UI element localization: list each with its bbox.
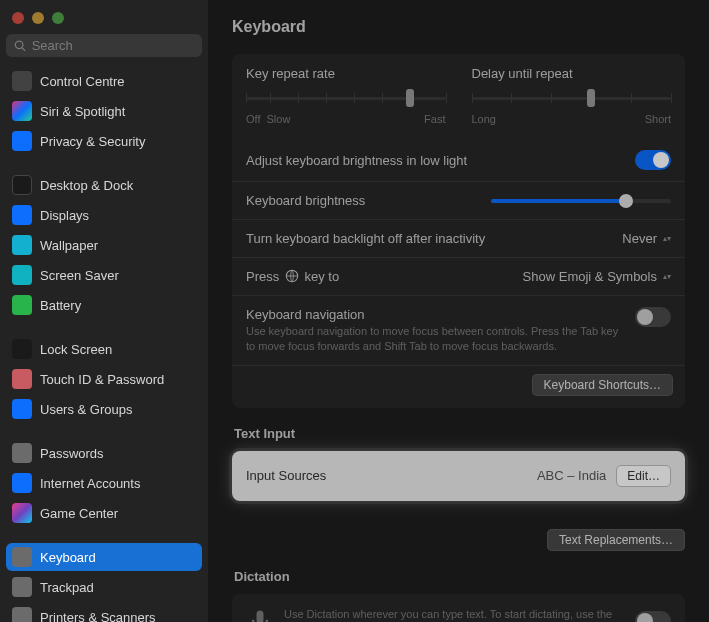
keyboard-brightness-label: Keyboard brightness	[246, 193, 481, 208]
battery-icon	[12, 295, 32, 315]
sidebar-item-desktop-dock[interactable]: Desktop & Dock	[6, 171, 202, 199]
sidebar-item-label: Battery	[40, 298, 81, 313]
text-input-section-title: Text Input	[234, 426, 685, 441]
sidebar-item-label: Touch ID & Password	[40, 372, 164, 387]
sidebar-item-label: Desktop & Dock	[40, 178, 133, 193]
sidebar-item-passwords[interactable]: Passwords	[6, 439, 202, 467]
sidebar-item-label: Internet Accounts	[40, 476, 140, 491]
sidebar-item-label: Trackpad	[40, 580, 94, 595]
key-repeat-off-label: Off	[246, 113, 260, 125]
key-icon	[12, 443, 32, 463]
main-content: Keyboard Key repeat rate Off Slow Fast D…	[208, 0, 709, 622]
wallpaper-icon	[12, 235, 32, 255]
sidebar-nav: Control CentreSiri & SpotlightPrivacy & …	[6, 67, 202, 622]
microphone-icon	[246, 607, 274, 622]
dictation-section-title: Dictation	[234, 569, 685, 584]
printer-icon	[12, 607, 32, 622]
key-repeat-rate-label: Key repeat rate	[246, 66, 446, 81]
sidebar-item-label: Printers & Scanners	[40, 610, 156, 623]
sidebar-item-trackpad[interactable]: Trackpad	[6, 573, 202, 601]
screensaver-icon	[12, 265, 32, 285]
delay-until-repeat-block: Delay until repeat Long Short	[472, 66, 672, 125]
gamecenter-icon	[12, 503, 32, 523]
sidebar-item-label: Screen Saver	[40, 268, 119, 283]
trackpad-icon	[12, 577, 32, 597]
displays-icon	[12, 205, 32, 225]
stepper-icon: ▴▾	[663, 235, 671, 242]
delay-long-label: Long	[472, 113, 496, 125]
stepper-icon: ▴▾	[663, 273, 671, 280]
hand-icon	[12, 131, 32, 151]
delay-until-repeat-slider[interactable]	[472, 89, 672, 109]
sidebar-item-label: Lock Screen	[40, 342, 112, 357]
input-sources-panel: Input Sources ABC – India Edit…	[232, 451, 685, 501]
keyboard-navigation-desc: Use keyboard navigation to move focus be…	[246, 324, 625, 354]
adjust-brightness-toggle[interactable]	[635, 150, 671, 170]
sidebar-item-label: Passwords	[40, 446, 104, 461]
backlight-off-label: Turn keyboard backlight off after inacti…	[246, 231, 612, 246]
sidebar-item-battery[interactable]: Battery	[6, 291, 202, 319]
sidebar-item-label: Siri & Spotlight	[40, 104, 125, 119]
keyboard-settings-panel: Key repeat rate Off Slow Fast Delay unti…	[232, 54, 685, 408]
input-sources-value: ABC – India	[537, 468, 606, 483]
page-title: Keyboard	[232, 18, 685, 36]
keyboard-shortcuts-button[interactable]: Keyboard Shortcuts…	[532, 374, 673, 396]
minimize-window-button[interactable]	[32, 12, 44, 24]
press-globe-select[interactable]: Show Emoji & Symbols ▴▾	[523, 269, 671, 284]
window-controls	[6, 6, 202, 34]
sidebar-item-touch-id-password[interactable]: Touch ID & Password	[6, 365, 202, 393]
users-icon	[12, 399, 32, 419]
text-replacements-button[interactable]: Text Replacements…	[547, 529, 685, 551]
control-centre-icon	[12, 71, 32, 91]
sidebar-item-users-groups[interactable]: Users & Groups	[6, 395, 202, 423]
input-sources-label: Input Sources	[246, 468, 527, 483]
input-sources-edit-button[interactable]: Edit…	[616, 465, 671, 487]
dictation-toggle[interactable]	[635, 611, 671, 622]
sidebar-item-siri-spotlight[interactable]: Siri & Spotlight	[6, 97, 202, 125]
sidebar-item-printers-scanners[interactable]: Printers & Scanners	[6, 603, 202, 622]
sidebar-item-label: Game Center	[40, 506, 118, 521]
backlight-off-select[interactable]: Never ▴▾	[622, 231, 671, 246]
sidebar-item-screen-saver[interactable]: Screen Saver	[6, 261, 202, 289]
search-input[interactable]	[32, 38, 194, 53]
siri-icon	[12, 101, 32, 121]
close-window-button[interactable]	[12, 12, 24, 24]
lock-icon	[12, 339, 32, 359]
key-repeat-slow-label: Slow	[267, 113, 291, 125]
globe-icon	[285, 269, 299, 283]
keyboard-navigation-label: Keyboard navigation	[246, 307, 625, 322]
keyboard-brightness-slider[interactable]	[491, 194, 671, 208]
delay-until-repeat-label: Delay until repeat	[472, 66, 672, 81]
at-icon	[12, 473, 32, 493]
sidebar-item-lock-screen[interactable]: Lock Screen	[6, 335, 202, 363]
sidebar-item-privacy-security[interactable]: Privacy & Security	[6, 127, 202, 155]
desktop-icon	[12, 175, 32, 195]
key-repeat-rate-slider[interactable]	[246, 89, 446, 109]
delay-short-label: Short	[645, 113, 671, 125]
sidebar-item-internet-accounts[interactable]: Internet Accounts	[6, 469, 202, 497]
sidebar-item-keyboard[interactable]: Keyboard	[6, 543, 202, 571]
key-repeat-rate-block: Key repeat rate Off Slow Fast	[246, 66, 446, 125]
sidebar-item-control-centre[interactable]: Control Centre	[6, 67, 202, 95]
sidebar-item-label: Privacy & Security	[40, 134, 145, 149]
sidebar-item-displays[interactable]: Displays	[6, 201, 202, 229]
keyboard-navigation-toggle[interactable]	[635, 307, 671, 327]
sidebar-item-label: Wallpaper	[40, 238, 98, 253]
fingerprint-icon	[12, 369, 32, 389]
sidebar-item-label: Control Centre	[40, 74, 125, 89]
press-globe-label: Press key to	[246, 269, 513, 284]
dictation-desc: Use Dictation wherever you can type text…	[284, 607, 625, 622]
dictation-panel: Use Dictation wherever you can type text…	[232, 594, 685, 622]
key-repeat-fast-label: Fast	[424, 113, 445, 125]
sidebar-item-wallpaper[interactable]: Wallpaper	[6, 231, 202, 259]
sidebar-item-label: Users & Groups	[40, 402, 132, 417]
sidebar: Control CentreSiri & SpotlightPrivacy & …	[0, 0, 208, 622]
adjust-brightness-label: Adjust keyboard brightness in low light	[246, 153, 625, 168]
search-icon	[14, 39, 27, 53]
fullscreen-window-button[interactable]	[52, 12, 64, 24]
sidebar-item-game-center[interactable]: Game Center	[6, 499, 202, 527]
search-field[interactable]	[6, 34, 202, 57]
keyboard-icon	[12, 547, 32, 567]
sidebar-item-label: Displays	[40, 208, 89, 223]
sidebar-item-label: Keyboard	[40, 550, 96, 565]
